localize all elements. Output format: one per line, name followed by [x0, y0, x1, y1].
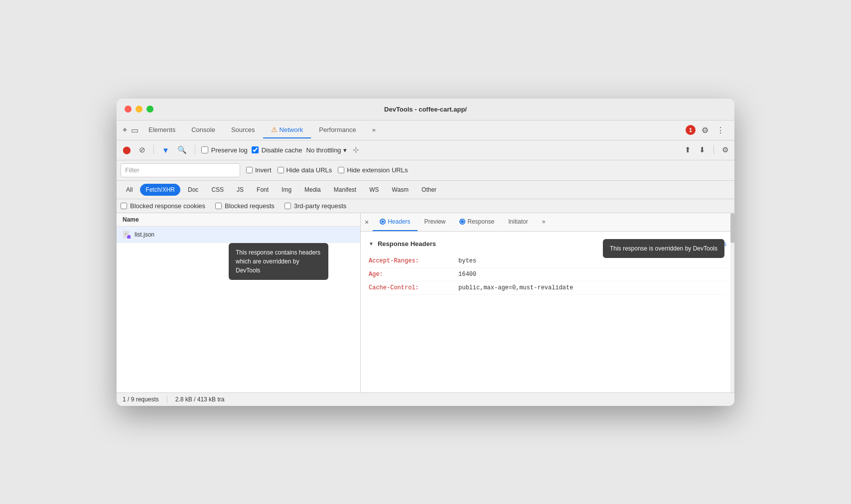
- window-title: DevTools - coffee-cart.app/: [384, 106, 467, 113]
- blocked-requests-checkbox[interactable]: [215, 203, 222, 209]
- hide-data-urls-checkbox[interactable]: [278, 167, 284, 173]
- blocked-cookies-checkbox[interactable]: [121, 203, 127, 209]
- transfer-size: 2.8 kB / 413 kB tra: [175, 396, 225, 403]
- svg-point-6: [382, 220, 384, 223]
- preserve-log-label[interactable]: Preserve log: [201, 146, 248, 154]
- throttle-dropdown-icon: ▾: [343, 146, 347, 154]
- status-bar: 1 / 9 requests 2.8 kB / 413 kB tra: [117, 392, 734, 406]
- panel-tab-bar: × Headers Preview: [361, 213, 734, 232]
- type-btn-all[interactable]: All: [121, 184, 138, 196]
- type-filter-bar: All Fetch/XHR Doc CSS JS Font Img Media …: [117, 181, 734, 199]
- tab-headers[interactable]: Headers: [373, 213, 417, 231]
- blocked-options-bar: Blocked response cookies Blocked request…: [117, 199, 734, 213]
- device-emulation-icon[interactable]: ▭: [129, 124, 141, 137]
- requests-count: 1 / 9 requests: [123, 396, 159, 403]
- blocked-cookies-label[interactable]: Blocked response cookies: [121, 202, 205, 210]
- third-party-checkbox[interactable]: [284, 203, 291, 209]
- request-list: Name list.json: [117, 213, 361, 392]
- left-tooltip: This response contains headers which are…: [229, 243, 328, 280]
- tab-preview[interactable]: Preview: [418, 213, 453, 231]
- type-btn-media[interactable]: Media: [299, 184, 326, 196]
- network-conditions-icon[interactable]: ⊹: [351, 143, 361, 156]
- throttle-select[interactable]: No throttling ▾: [306, 146, 347, 154]
- scrollbar-thumb[interactable]: [730, 213, 734, 243]
- maximize-button[interactable]: [146, 106, 153, 113]
- section-collapse-icon[interactable]: ▼: [369, 241, 374, 247]
- close-button[interactable]: [125, 106, 132, 113]
- hide-extension-urls-checkbox[interactable]: [338, 167, 344, 173]
- titlebar: DevTools - coffee-cart.app/: [117, 99, 734, 121]
- type-btn-ws[interactable]: WS: [364, 184, 384, 196]
- type-btn-doc[interactable]: Doc: [182, 184, 204, 196]
- network-warning-icon: ⚠: [271, 126, 278, 133]
- blocked-requests-label[interactable]: Blocked requests: [215, 202, 275, 210]
- toolbar-divider-1: [153, 145, 154, 155]
- clear-button[interactable]: ⊘: [137, 143, 147, 156]
- tab-elements[interactable]: Elements: [141, 122, 183, 138]
- type-btn-img[interactable]: Img: [276, 184, 297, 196]
- filter-icon[interactable]: ▼: [160, 144, 171, 156]
- header-row-cache-control: Cache-Control: public,max-age=0,must-rev…: [369, 281, 726, 295]
- panel-more-tabs[interactable]: »: [535, 213, 553, 231]
- network-settings-icon[interactable]: ⚙: [720, 143, 730, 156]
- hide-data-urls-label[interactable]: Hide data URLs: [278, 166, 332, 174]
- tab-initiator[interactable]: Initiator: [501, 213, 535, 231]
- minimize-button[interactable]: [136, 106, 142, 113]
- pointer-tool-icon[interactable]: ⌖: [121, 124, 129, 136]
- type-btn-other[interactable]: Other: [416, 184, 442, 196]
- type-btn-manifest[interactable]: Manifest: [328, 184, 362, 196]
- tab-performance[interactable]: Performance: [311, 122, 364, 138]
- response-override-icon: [459, 219, 465, 225]
- request-list-header: Name: [117, 213, 360, 227]
- hide-extension-urls-label[interactable]: Hide extension URLs: [338, 166, 408, 174]
- disable-cache-checkbox[interactable]: [252, 146, 259, 153]
- tab-more[interactable]: »: [364, 122, 384, 138]
- header-row-age: Age: 16400: [369, 268, 726, 281]
- scrollbar-track: [730, 213, 734, 392]
- tab-sources[interactable]: Sources: [223, 122, 263, 138]
- toolbar-divider-2: [195, 145, 195, 155]
- nav-tab-bar: ⌖ ▭ Elements Console Sources ⚠ Network P…: [117, 121, 734, 140]
- disable-cache-label[interactable]: Disable cache: [252, 146, 302, 154]
- search-button[interactable]: 🔍: [175, 143, 189, 156]
- menu-icon[interactable]: ⋮: [714, 124, 726, 137]
- status-divider: [167, 396, 167, 403]
- table-row[interactable]: list.json: [117, 227, 360, 243]
- network-toolbar: ⬤ ⊘ ▼ 🔍 Preserve log Disable cache No th…: [117, 140, 734, 160]
- invert-checkbox[interactable]: [246, 167, 253, 173]
- stop-recording-button[interactable]: ⬤: [121, 143, 133, 156]
- type-btn-fetch-xhr[interactable]: Fetch/XHR: [140, 184, 180, 196]
- section-title: Response Headers: [378, 240, 436, 248]
- toolbar-divider-3: [713, 145, 714, 155]
- headers-override-icon: [380, 219, 386, 225]
- filter-bar: Invert Hide data URLs Hide extension URL…: [117, 160, 734, 181]
- preserve-log-checkbox[interactable]: [201, 146, 208, 153]
- tab-network[interactable]: ⚠ Network: [263, 122, 311, 138]
- detail-panel: × Headers Preview: [361, 213, 734, 392]
- filter-input[interactable]: [121, 163, 240, 177]
- devtools-content: ⌖ ▭ Elements Console Sources ⚠ Network P…: [117, 121, 734, 406]
- right-tooltip: This response is overridden by DevTools: [603, 239, 724, 258]
- error-badge: 1: [686, 125, 696, 135]
- invert-label[interactable]: Invert: [246, 166, 272, 174]
- type-btn-js[interactable]: JS: [231, 184, 249, 196]
- tab-console[interactable]: Console: [183, 122, 223, 138]
- import-har-icon[interactable]: ⬆: [683, 143, 693, 156]
- tab-response[interactable]: Response: [452, 213, 501, 231]
- third-party-label[interactable]: 3rd-party requests: [284, 202, 347, 210]
- main-content: Name list.json: [117, 213, 734, 392]
- svg-point-8: [461, 220, 464, 223]
- devtools-window: DevTools - coffee-cart.app/ ⌖ ▭ Elements…: [117, 99, 734, 406]
- type-btn-css[interactable]: CSS: [206, 184, 229, 196]
- type-btn-font[interactable]: Font: [251, 184, 274, 196]
- type-btn-wasm[interactable]: Wasm: [387, 184, 415, 196]
- window-controls: [125, 106, 153, 113]
- export-har-icon[interactable]: ⬇: [697, 143, 708, 156]
- request-name: list.json: [135, 231, 154, 238]
- panel-close-button[interactable]: ×: [361, 213, 373, 231]
- file-icon: [123, 231, 131, 239]
- settings-icon[interactable]: ⚙: [700, 124, 710, 137]
